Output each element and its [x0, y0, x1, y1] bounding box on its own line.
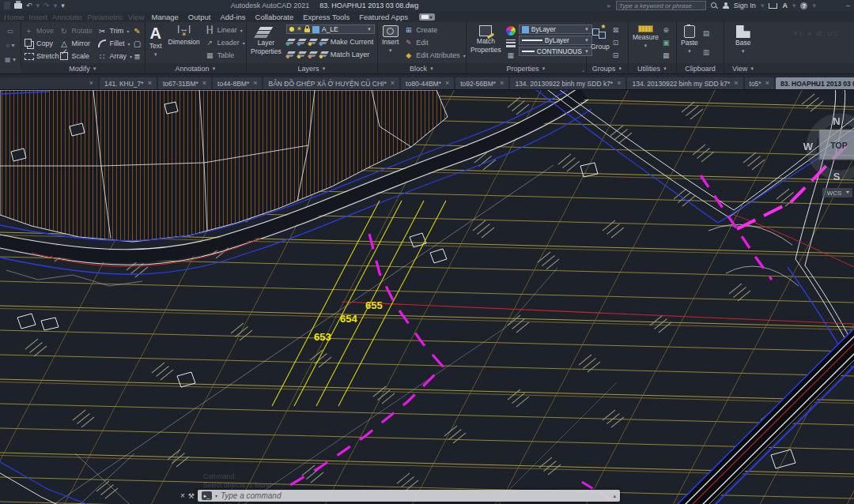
- app-icon[interactable]: [4, 2, 10, 9]
- layer-color-swatch[interactable]: [312, 26, 319, 33]
- redo-icon[interactable]: ↷: [43, 2, 50, 9]
- search-expand-icon[interactable]: ▸: [607, 2, 611, 9]
- viewcube-west[interactable]: W: [803, 141, 814, 152]
- tab-parametric[interactable]: Parametric: [85, 13, 126, 21]
- copy-button[interactable]: Copy: [24, 37, 59, 50]
- panel-label-modify[interactable]: Modify▼: [21, 63, 145, 73]
- trim-button[interactable]: ✂Trim▾: [96, 24, 132, 37]
- cut-clip-icon[interactable]: ▥: [703, 48, 710, 56]
- create-block-button[interactable]: ⊞Create: [403, 24, 466, 36]
- chevron-down-icon[interactable]: ▾: [215, 493, 217, 498]
- panel-label-groups[interactable]: Groups▼: [587, 63, 628, 73]
- help-dropdown-icon[interactable]: ▾: [812, 2, 816, 9]
- layer-tool-icon[interactable]: [319, 51, 329, 58]
- edit-attributes-button[interactable]: ◆Edit Attributes▾: [403, 49, 466, 62]
- panel-label-layers[interactable]: Layers▼: [247, 63, 377, 73]
- print-icon[interactable]: [14, 3, 22, 9]
- quick-select-icon[interactable]: ▣: [663, 39, 670, 47]
- offset-icon[interactable]: ≣: [132, 52, 142, 61]
- paste-button[interactable]: Paste▼: [679, 24, 700, 57]
- file-tab[interactable]: to44-8BM*×: [213, 77, 262, 89]
- tab-insert[interactable]: Insert: [26, 13, 50, 21]
- cad-map[interactable]: 653 654 655 TOP N W S WCS: [0, 90, 854, 504]
- panel-label-annotation[interactable]: Annotation▼: [145, 63, 246, 73]
- close-icon[interactable]: ×: [500, 80, 504, 87]
- panel-label-utilities[interactable]: Utilities▼: [629, 63, 676, 73]
- text-button[interactable]: AText▼: [148, 24, 164, 60]
- panel-launcher-icon[interactable]: ⌟: [582, 66, 584, 73]
- sign-in-button[interactable]: Sign In: [734, 2, 756, 9]
- command-customize-icon[interactable]: ⚒: [188, 492, 195, 500]
- hatch-tool-icon[interactable]: ▦ ▾: [5, 56, 16, 63]
- base-view-button[interactable]: Base▼: [734, 24, 752, 57]
- autodesk-a-icon[interactable]: A: [782, 2, 788, 9]
- tab-output[interactable]: Output: [183, 13, 216, 21]
- ungroup-icon[interactable]: ⊠: [613, 26, 619, 34]
- match-layer-button[interactable]: Match Layer: [286, 49, 375, 59]
- calculator-icon[interactable]: ▦: [663, 51, 670, 59]
- stretch-button[interactable]: Stretch: [24, 50, 59, 62]
- layer-select[interactable]: ☀ A_LE ▼: [286, 24, 375, 34]
- layer-on-icon[interactable]: [289, 27, 294, 32]
- undo-icon[interactable]: ↶: [26, 2, 32, 9]
- file-tab[interactable]: to5*×: [745, 77, 774, 89]
- make-current-button[interactable]: Make Current: [286, 36, 375, 47]
- close-icon[interactable]: ×: [202, 80, 206, 87]
- file-tab[interactable]: to67-31BM*×: [158, 77, 211, 89]
- command-expand-icon[interactable]: ▴: [613, 493, 616, 499]
- tab-view[interactable]: View: [126, 13, 146, 21]
- close-icon[interactable]: ×: [734, 80, 738, 87]
- file-tab[interactable]: to92-56BM*×: [455, 77, 508, 89]
- id-point-icon[interactable]: ⊕: [663, 26, 670, 34]
- panel-label-clipboard[interactable]: Clipboard: [677, 63, 724, 73]
- help-icon[interactable]: ?: [800, 2, 807, 9]
- search-icon[interactable]: [711, 2, 718, 9]
- layer-tool-icon[interactable]: [286, 51, 296, 58]
- close-icon[interactable]: ×: [445, 80, 449, 87]
- measure-button[interactable]: Measure▼: [631, 24, 660, 51]
- file-tab[interactable]: BẢN ĐỒ GHÉP XÃ Ở HUYỆN CỦ CHI*×: [263, 77, 399, 89]
- tab-annotate[interactable]: Annotate: [50, 13, 85, 21]
- layer-unlock-icon[interactable]: [304, 28, 310, 32]
- file-tab[interactable]: to80-44BM*×: [401, 77, 454, 89]
- tab-collaborate[interactable]: Collaborate: [251, 13, 299, 21]
- erase-icon[interactable]: ✎: [132, 27, 142, 36]
- edit-block-button[interactable]: ✎Edit: [403, 36, 466, 49]
- close-icon[interactable]: ×: [765, 80, 769, 87]
- qat-customize-icon[interactable]: ▾: [61, 2, 65, 9]
- color-wheel-icon[interactable]: [506, 26, 516, 36]
- rectangle-tool-icon[interactable]: ▭: [7, 28, 13, 35]
- scale-button[interactable]: Scale: [59, 50, 97, 62]
- linear-button[interactable]: ┠┨Linear▾: [205, 24, 245, 36]
- group-edit-icon[interactable]: ⊡: [613, 39, 619, 47]
- group-button[interactable]: Group: [589, 24, 611, 52]
- panel-label-view[interactable]: View▼: [724, 63, 854, 73]
- match-properties-button[interactable]: MatchProperties: [469, 24, 503, 55]
- layer-properties-button[interactable]: LayerProperties: [249, 24, 283, 57]
- minimize-icon[interactable]: –: [846, 2, 850, 9]
- explode-icon[interactable]: ▢: [132, 39, 142, 48]
- layer-tool-icon[interactable]: [308, 51, 318, 58]
- lineweight-select[interactable]: ByLayer▼: [519, 36, 592, 45]
- leader-button[interactable]: ↗Leader▾: [205, 36, 245, 49]
- layer-tool-icon[interactable]: [286, 38, 296, 46]
- ribbon-state-icon[interactable]: ▾: [419, 13, 435, 21]
- tab-home[interactable]: Home: [2, 13, 26, 21]
- object-color-select[interactable]: ByLayer▼: [519, 24, 592, 34]
- user-icon[interactable]: [723, 2, 729, 9]
- redo-dropdown-icon[interactable]: ▾: [54, 2, 58, 9]
- search-input[interactable]: [616, 1, 706, 10]
- panel-label-properties[interactable]: Properties▼⌟: [467, 63, 586, 73]
- layer-thaw-icon[interactable]: ☀: [297, 26, 302, 32]
- file-tab[interactable]: 134. 20130922 binh my SDD k7*×: [510, 77, 625, 89]
- tab-add-ins[interactable]: Add-ins: [215, 13, 250, 21]
- file-tab[interactable]: ×: [0, 77, 98, 89]
- viewcube-north[interactable]: N: [833, 115, 840, 127]
- viewcube-south[interactable]: S: [833, 171, 841, 182]
- transparency-icon[interactable]: ▦: [507, 51, 514, 59]
- viewcube-top-label[interactable]: TOP: [830, 141, 847, 150]
- group-selection-icon[interactable]: ⊟: [613, 51, 619, 59]
- command-close-icon[interactable]: ×: [180, 491, 185, 500]
- linetype-select[interactable]: CONTINUOUS▼: [519, 47, 592, 56]
- table-button[interactable]: ▦Table: [205, 49, 245, 62]
